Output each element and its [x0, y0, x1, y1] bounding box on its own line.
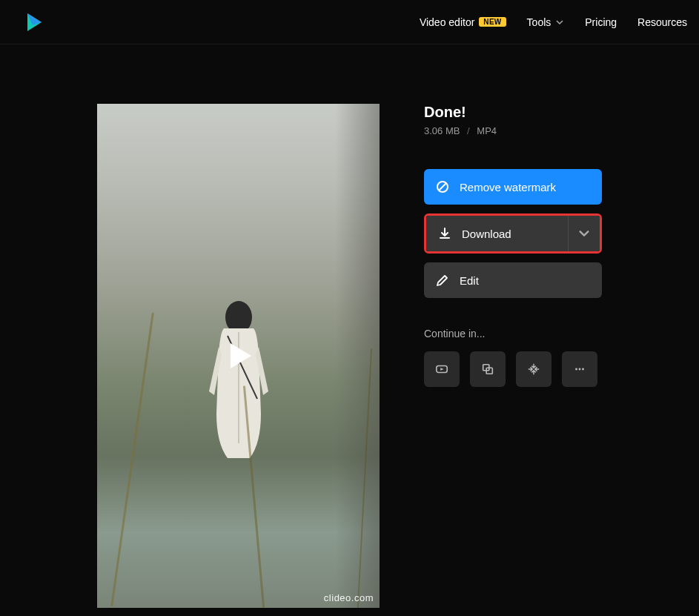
file-size: 3.06 MB: [424, 125, 460, 136]
download-icon: [438, 227, 451, 240]
download-label: Download: [462, 228, 511, 240]
svg-point-9: [579, 368, 581, 371]
continue-merge-button[interactable]: [470, 351, 506, 387]
continue-label: Continue in...: [424, 328, 602, 340]
nav-video-editor[interactable]: Video editor NEW: [420, 16, 506, 28]
pencil-icon: [436, 274, 449, 287]
header: Video editor NEW Tools Pricing Resources: [0, 0, 699, 44]
video-background-grass: [110, 313, 154, 607]
chevron-down-icon: [578, 228, 590, 239]
file-format: MP4: [477, 125, 497, 136]
play-button[interactable]: [222, 339, 256, 373]
side-panel: Done! 3.06 MB / MP4 Remove watermark Dow…: [424, 104, 602, 608]
main-content: clideo.com Done! 3.06 MB / MP4 Remove wa…: [0, 44, 699, 608]
more-icon: [573, 362, 586, 376]
continue-more-button[interactable]: [562, 351, 597, 387]
svg-line-3: [439, 183, 446, 191]
nav-pricing[interactable]: Pricing: [585, 16, 617, 28]
chevron-down-icon: [555, 18, 564, 27]
file-meta: 3.06 MB / MP4: [424, 125, 602, 136]
download-button-group: Download: [424, 213, 602, 254]
logo-icon[interactable]: [22, 10, 46, 34]
continue-compress-button[interactable]: [516, 351, 551, 387]
svg-point-10: [582, 368, 584, 371]
video-background-rocks: [335, 104, 380, 608]
merge-icon: [481, 362, 494, 376]
continue-icons: [424, 351, 602, 387]
done-title: Done!: [424, 104, 602, 121]
remove-watermark-button[interactable]: Remove watermark: [424, 169, 602, 205]
continue-youtube-button[interactable]: [424, 351, 460, 387]
watermark-text: clideo.com: [324, 592, 374, 603]
no-symbol-icon: [436, 180, 449, 193]
nav-resources[interactable]: Resources: [637, 16, 687, 28]
nav-pricing-label: Pricing: [585, 16, 617, 28]
download-options-button[interactable]: [569, 216, 600, 251]
download-button[interactable]: Download: [426, 216, 569, 251]
youtube-icon: [435, 362, 448, 376]
edit-button[interactable]: Edit: [424, 262, 602, 298]
edit-label: Edit: [460, 274, 479, 287]
compress-icon: [527, 362, 540, 376]
nav-tools-label: Tools: [527, 16, 551, 28]
video-preview[interactable]: clideo.com: [97, 104, 380, 608]
new-badge: NEW: [479, 17, 506, 27]
remove-watermark-label: Remove watermark: [460, 181, 556, 193]
nav: Video editor NEW Tools Pricing Resources: [420, 16, 687, 28]
svg-point-8: [575, 368, 577, 371]
nav-tools[interactable]: Tools: [527, 16, 565, 28]
nav-resources-label: Resources: [637, 16, 687, 28]
meta-separator: /: [467, 125, 470, 136]
video-background-figure: [191, 295, 287, 466]
nav-video-editor-label: Video editor: [420, 16, 474, 28]
